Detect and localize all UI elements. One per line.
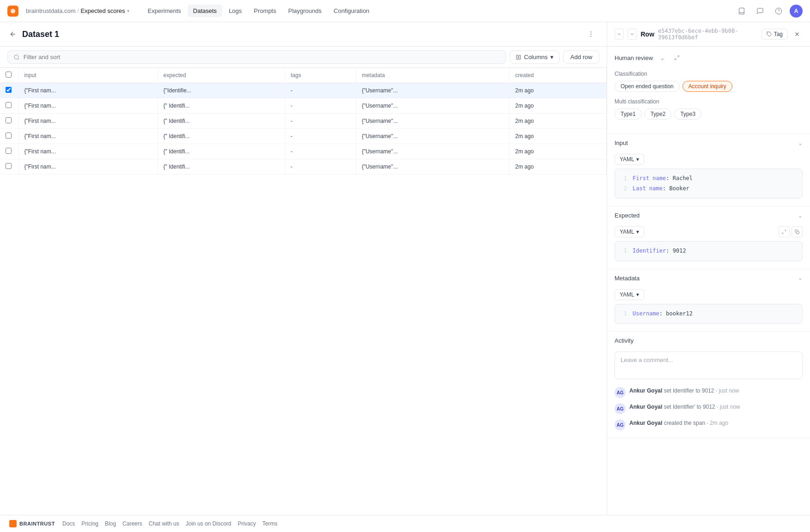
footer-link-blog[interactable]: Blog (105, 520, 116, 527)
breadcrumb-site[interactable]: braintrustdata.com (26, 7, 76, 14)
multi-classification-label: Multi classification (615, 98, 803, 105)
row-checkbox[interactable] (6, 102, 12, 108)
row-created: 2m ago (510, 129, 607, 144)
table-row[interactable]: {"First nam... {" Identifi... - {"Userna… (0, 129, 607, 144)
row-expected: {" Identifi... (158, 98, 285, 114)
table-row[interactable]: {"First nam... {" Identifi... - {"Userna… (0, 159, 607, 175)
row-metadata: {"Username"... (356, 83, 509, 98)
table-row[interactable]: {"First nam... {" Identifi... - {"Userna… (0, 98, 607, 114)
search-input[interactable] (24, 54, 500, 60)
svg-point-3 (591, 31, 591, 32)
table-row[interactable]: {"First nam... {" Identifi... - {"Userna… (0, 114, 607, 129)
select-all-checkbox[interactable] (6, 72, 12, 78)
expected-section-header[interactable]: Expected ⌄ (607, 206, 810, 224)
row-checkbox[interactable] (6, 87, 12, 93)
nav-logs[interactable]: Logs (223, 5, 247, 17)
human-review-expand-icon[interactable]: ⌄ (657, 52, 668, 63)
footer-link-pricing[interactable]: Pricing (81, 520, 98, 527)
footer-link-terms[interactable]: Terms (262, 520, 278, 527)
row-checkbox-cell[interactable] (0, 159, 18, 175)
row-checkbox-cell[interactable] (0, 129, 18, 144)
row-metadata: {"Username"... (356, 129, 509, 144)
nav-playgrounds[interactable]: Playgrounds (283, 5, 327, 17)
footer-link-docs[interactable]: Docs (62, 520, 75, 527)
metadata-chevron-icon[interactable]: ⌄ (798, 275, 803, 281)
metadata-format-dropdown[interactable]: YAML ▾ (615, 289, 644, 300)
human-review-header[interactable]: Human review ⌄ (607, 47, 810, 69)
pill-type2[interactable]: Type2 (645, 109, 672, 120)
nav-experiments[interactable]: Experiments (142, 5, 187, 17)
breadcrumb-dropdown-icon[interactable]: ▾ (127, 8, 129, 13)
row-tags: - (285, 98, 356, 114)
columns-button[interactable]: Columns ▾ (510, 50, 560, 64)
row-id: e5437ebc-6ece-4ebb-9b08-39613f0d6bef (658, 28, 758, 41)
footer-link-chat[interactable]: Chat with us (149, 520, 179, 527)
footer-link-discord[interactable]: Join us on Discord (186, 520, 231, 527)
table-row[interactable]: {"First nam... {" Identifi... - {"Userna… (0, 144, 607, 159)
row-checkbox-cell[interactable] (0, 98, 18, 114)
select-all-header[interactable] (0, 68, 18, 83)
row-checkbox[interactable] (6, 117, 12, 123)
svg-line-13 (675, 58, 677, 60)
back-button[interactable] (9, 30, 17, 38)
human-review-fullscreen-icon[interactable] (671, 52, 682, 63)
expected-section-title: Expected (615, 212, 639, 219)
activity-time-3: 2m ago (710, 420, 728, 426)
metadata-section-header[interactable]: Metadata ⌄ (607, 269, 810, 287)
row-checkbox-cell[interactable] (0, 83, 18, 98)
add-row-button[interactable]: Add row (563, 50, 599, 64)
yaml-key-firstname: First name (633, 175, 666, 181)
svg-point-0 (11, 9, 15, 13)
dataset-title: Dataset 1 (22, 30, 59, 39)
human-review-section: Human review ⌄ Classification Open ended… (607, 47, 810, 134)
breadcrumb-sep: / (78, 8, 79, 13)
expected-expand-btn[interactable] (779, 226, 790, 237)
tag-button[interactable]: Tag (761, 29, 788, 40)
input-section-header[interactable]: Input ⌄ (607, 134, 810, 152)
dataset-menu-button[interactable] (585, 28, 597, 41)
footer-link-privacy[interactable]: Privacy (238, 520, 256, 527)
comment-input[interactable]: Leave a comment... (615, 351, 803, 379)
row-prev-button[interactable] (615, 29, 624, 40)
row-checkbox-cell[interactable] (0, 144, 18, 159)
expected-copy-btn[interactable] (792, 226, 803, 237)
col-metadata: metadata (356, 68, 509, 83)
row-checkbox[interactable] (6, 148, 12, 154)
activity-avatar-2: AG (615, 403, 626, 414)
row-checkbox-cell[interactable] (0, 114, 18, 129)
activity-section: Activity Leave a comment... AG Ankur Goy… (607, 332, 810, 438)
pill-account-inquiry[interactable]: Account inquiry (682, 81, 732, 92)
row-created: 2m ago (510, 114, 607, 129)
activity-section-header[interactable]: Activity (607, 332, 810, 350)
col-input: input (18, 68, 158, 83)
expected-chevron-icon[interactable]: ⌄ (798, 212, 803, 219)
row-checkbox[interactable] (6, 133, 12, 139)
nav-configuration[interactable]: Configuration (328, 5, 375, 17)
line-num-2: 2 (620, 184, 627, 194)
pill-type3[interactable]: Type3 (674, 109, 701, 120)
row-checkbox[interactable] (6, 163, 12, 169)
row-input: {"First nam... (18, 83, 158, 98)
footer: BRAINTRUST Docs Pricing Blog Careers Cha… (0, 515, 810, 532)
row-next-button[interactable] (627, 29, 637, 40)
nav-prompts[interactable]: Prompts (248, 5, 281, 17)
activity-avatar-1: AG (615, 387, 626, 398)
table-row[interactable]: {"First nam... {"Identifie... - {"Userna… (0, 83, 607, 98)
close-button[interactable] (792, 29, 803, 40)
nav-avatar[interactable]: A (790, 5, 803, 18)
yaml-line-2: 2 Last name: Booker (620, 184, 798, 194)
nav-chat-icon[interactable] (753, 4, 767, 18)
nav-book-icon[interactable] (734, 4, 749, 18)
breadcrumb-current[interactable]: Expected scores (80, 7, 125, 14)
nav-datasets[interactable]: Datasets (188, 5, 222, 17)
footer-link-careers[interactable]: Careers (122, 520, 142, 527)
input-format-chevron: ▾ (636, 156, 639, 163)
input-format-dropdown[interactable]: YAML ▾ (615, 154, 644, 165)
yaml-val-lastname: Booker (669, 185, 689, 192)
nav-help-icon[interactable] (771, 4, 786, 18)
pill-type1[interactable]: Type1 (615, 109, 642, 120)
input-chevron-icon[interactable]: ⌄ (798, 140, 803, 146)
expected-format-dropdown[interactable]: YAML ▾ (615, 226, 644, 237)
pill-open-ended[interactable]: Open ended question (615, 81, 680, 92)
search-bar[interactable] (7, 50, 506, 64)
